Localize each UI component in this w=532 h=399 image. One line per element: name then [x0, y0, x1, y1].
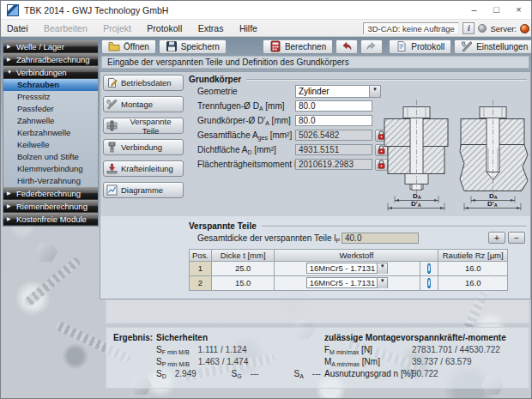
nav-group-riemenberechnung[interactable]: ▶Riemenberechnung: [3, 200, 98, 213]
sicherheiten-block: Sicherheiten SF min M/B1.111 / 1.124 SP …: [156, 333, 321, 381]
maximize-button[interactable]: □: [486, 1, 507, 19]
app-window: TBK 2014 - GWJ Technology GmbH – □ × Dat…: [0, 0, 532, 399]
montage-title: zulässige Montagevorspannkräfte/-momente: [324, 333, 527, 342]
dicke-input[interactable]: 15.0: [212, 276, 275, 290]
nav-item-passfeder[interactable]: Passfeder: [3, 103, 98, 115]
nav-item-presssitz[interactable]: Presssitz: [3, 91, 98, 103]
redo-icon: [366, 40, 378, 52]
material-info-icon[interactable]: i: [427, 263, 432, 274]
nav-group-federberechnung[interactable]: ▶Federberechnung: [3, 187, 98, 200]
grundkoerper-d-input[interactable]: 80.0: [295, 115, 372, 126]
dichtflaeche-label: Dichtfläche AD [mm²]: [189, 145, 295, 154]
module-button-diagramme[interactable]: Diagramme: [103, 182, 184, 198]
settings-button[interactable]: Einstellungen: [454, 39, 532, 54]
nav-item-hirth-verzahnung[interactable]: Hirth-Verzahnung: [3, 175, 98, 187]
nav-item-bolzen-und-stifte[interactable]: Bolzen und Stifte: [3, 151, 98, 163]
chevron-right-icon: ▶: [7, 53, 11, 66]
nav-group-zahnradberechnung[interactable]: ▶Zahnradberechnung: [3, 53, 98, 66]
module-button-verspannte-teile[interactable]: Verspannte Teile: [103, 118, 184, 134]
geometrie-select[interactable]: Zylinder: [295, 85, 381, 98]
verspannte-teile-icon: [106, 120, 118, 131]
module-button-krafteinleitung[interactable]: Krafteinleitung: [103, 160, 184, 177]
save-button[interactable]: Speichern: [159, 39, 227, 54]
info-cell: i: [420, 262, 439, 275]
chevron-right-icon: ▶: [7, 187, 11, 200]
toolbar: Öffnen Speichern Berechnen Protokoll: [101, 39, 531, 54]
safety-value: ---: [312, 369, 321, 378]
verspannte-teile-table: Pos. Dicke t [mm] Werkstoff Rautiefe Rz …: [189, 249, 508, 291]
module-button-column: Betriebsdaten Montage Verspannte Teile V…: [103, 75, 185, 203]
nav-group-kostenfreie-module[interactable]: ▶Kostenfreie Module: [3, 213, 98, 226]
gesamtflaeche-label: Gesamtfläche Ages [mm²]: [189, 130, 295, 140]
header-pos: Pos.: [190, 250, 212, 261]
nav-group-verbindungen[interactable]: ▼Verbindungen: [3, 66, 98, 79]
module-button-betriebsdaten[interactable]: Betriebsdaten: [103, 75, 184, 91]
remove-row-button[interactable]: −: [508, 232, 525, 244]
table-header-row: Pos. Dicke t [mm] Werkstoff Rautiefe Rz …: [190, 250, 507, 262]
module-button-verbindung[interactable]: Verbindung: [103, 139, 184, 155]
ausnutzungsgrad-value: 90.722: [412, 369, 438, 381]
chevron-right-icon: ▶: [7, 200, 11, 213]
result-panel: Ergebnis: Sicherheiten SF min M/B1.111 /…: [106, 327, 529, 389]
verbindung-icon: [106, 142, 118, 153]
empty-panel-strip: [106, 299, 529, 323]
menu-datei[interactable]: Datei: [1, 21, 34, 37]
menu-projekt: Projekt: [97, 21, 137, 37]
material-info-icon[interactable]: i: [427, 278, 432, 288]
cad-status-field: 3D-CAD: keine Aufträge: [363, 22, 459, 34]
nav-item-kerbzahnwelle[interactable]: Kerbzahnwelle: [3, 127, 98, 139]
menu-extras[interactable]: Extras: [192, 21, 230, 37]
menu-bar: Datei Bearbeiten Projekt Protokoll Extra…: [1, 20, 532, 37]
trennfugen-input[interactable]: 80.0: [295, 100, 372, 112]
table-row: 1 25.0 16MnCr5 - 1.7131 i 16.0: [190, 262, 507, 276]
calculate-button[interactable]: Berechnen: [263, 39, 333, 54]
montage-label: MA min/max [Nm]: [324, 357, 412, 369]
chevron-down-icon[interactable]: [377, 278, 387, 288]
nav-item-schrauben[interactable]: Schrauben: [3, 79, 98, 91]
dicke-input[interactable]: 25.0: [212, 262, 275, 275]
close-button[interactable]: ×: [508, 1, 529, 19]
safety-value: ---: [251, 369, 259, 378]
nav-item-klemmverbindung[interactable]: Klemmverbindung: [3, 163, 98, 175]
trennfugen-label: Trennfugen-Ø DA [mm]: [189, 101, 295, 111]
nav-item-keilwelle[interactable]: Keilwelle: [3, 139, 98, 151]
calculator-icon: [269, 40, 281, 52]
chevron-down-icon[interactable]: [377, 263, 387, 274]
montage-value: 39.737 / 63.579: [412, 357, 472, 369]
module-button-montage[interactable]: Montage: [103, 96, 184, 112]
chevron-expanded-icon: ▼: [7, 66, 12, 79]
werkstoff-cell: 16MnCr5 - 1.7131: [275, 276, 420, 290]
protocol-button[interactable]: Protokoll: [389, 39, 451, 54]
safety-row: SP min M/B1.463 / 1.474: [156, 357, 321, 369]
menu-hilfe[interactable]: Hilfe: [233, 21, 263, 37]
title-bar: TBK 2014 - GWJ Technology GmbH – □ ×: [1, 1, 532, 20]
header-dicke: Dicke t [mm]: [212, 250, 275, 261]
werkstoff-select[interactable]: 16MnCr5 - 1.7131: [306, 263, 389, 274]
app-logo-icon: [7, 4, 19, 16]
result-label: Ergebnis:: [113, 333, 153, 342]
nav-item-zahnwelle[interactable]: Zahnwelle: [3, 115, 98, 127]
minimize-button[interactable]: –: [463, 1, 485, 19]
divider: [246, 79, 527, 80]
betriebsdaten-icon: [106, 77, 118, 88]
server-label: Server:: [490, 24, 517, 33]
montage-row: Ausnutzungsgrad n [%]90.722: [324, 369, 527, 381]
safety-value: 1.111 / 1.124: [198, 345, 247, 354]
info-button[interactable]: i: [462, 22, 475, 34]
menu-protokoll[interactable]: Protokoll: [141, 21, 188, 37]
rautiefe-input[interactable]: 16.0: [438, 262, 507, 275]
status-cluster: 3D-CAD: keine Aufträge i Server:: [363, 21, 529, 35]
chevron-right-icon: ▶: [7, 213, 11, 226]
window-title: TBK 2014 - GWJ Technology GmbH: [24, 1, 168, 20]
add-row-button[interactable]: +: [488, 232, 505, 244]
cell-pos: 2: [190, 276, 212, 290]
rautiefe-input[interactable]: 16.0: [438, 276, 507, 290]
werkstoff-select[interactable]: 16MnCr5 - 1.7131: [306, 277, 389, 288]
open-button[interactable]: Öffnen: [101, 39, 156, 54]
flaechentraegheitsmoment-output: 2010619.2983: [295, 159, 372, 170]
montage-row: MA min/max [Nm]39.737 / 63.579: [324, 357, 527, 369]
sicherheiten-title: Sicherheiten: [156, 333, 321, 342]
undo-button[interactable]: [336, 39, 358, 54]
cell-pos: 1: [190, 262, 212, 275]
nav-group-welle-lager[interactable]: ▶Welle / Lager: [3, 40, 98, 53]
